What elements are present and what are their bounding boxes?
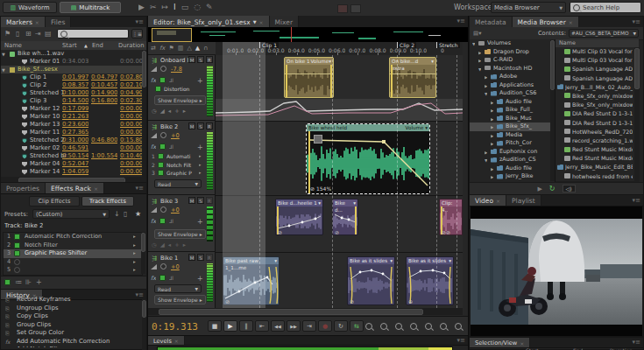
- tab-video[interactable]: Video×: [470, 195, 506, 206]
- tree-item[interactable]: ▶Pitch_Cor: [470, 139, 550, 148]
- file-item[interactable]: Multi Clip 03 Vocal for T: [556, 47, 634, 56]
- marker-duration[interactable]: 0:02.80: [120, 74, 142, 81]
- history-item-label[interactable]: Set Group Color: [17, 329, 138, 338]
- shuffle-mode-icon[interactable]: ⇄: [151, 45, 156, 52]
- panel-menu-icon[interactable]: ▾≡: [633, 197, 640, 204]
- tree-item[interactable]: ▼Audition_CS6: [470, 89, 550, 98]
- effect-expand-icon[interactable]: ▸: [133, 242, 136, 250]
- effect-slot-row[interactable]: 3Graphic Phase Shifter▸: [4, 249, 142, 258]
- table-row[interactable]: Marker 141:04.0590:00.00: [1, 168, 142, 176]
- effects-vscrollbar[interactable]: [141, 232, 145, 274]
- loop-playback-button[interactable]: ↻: [334, 320, 348, 332]
- save-preset-icon[interactable]: ↓: [114, 210, 120, 218]
- tab-mixer[interactable]: Mixer: [270, 16, 299, 27]
- effect-expand-icon[interactable]: ▸: [133, 258, 136, 267]
- tab-selection-view[interactable]: Selection/View×: [470, 338, 530, 347]
- zoom-in-point-button[interactable]: [440, 323, 447, 330]
- close-icon[interactable]: ×: [569, 19, 573, 25]
- tab-markers[interactable]: Markers×: [1, 17, 46, 27]
- close-icon[interactable]: ×: [35, 19, 39, 25]
- marker-filter-button[interactable]: ⋮≡: [131, 29, 143, 38]
- metronome2-icon[interactable]: ▲: [195, 45, 200, 52]
- clip-menu[interactable]: ▾: [274, 257, 277, 264]
- marker-name[interactable]: Marker 11: [30, 129, 67, 136]
- pencil-tool-icon[interactable]: ✎: [206, 3, 218, 11]
- preview-play-icon[interactable]: ▶: [537, 186, 541, 192]
- tree-item-label[interactable]: Bike_Full_: [506, 106, 547, 115]
- show-envelope-button[interactable]: Show Envelope ▸: [154, 295, 206, 304]
- marker-start[interactable]: 0:10.000: [62, 89, 88, 97]
- effect-expand-icon[interactable]: ▸: [133, 233, 136, 242]
- table-row[interactable]: Marker 120:17.0990:00.00: [1, 105, 142, 113]
- tree-item[interactable]: ▼Macintosh HD: [470, 65, 550, 74]
- tree-item-label[interactable]: zAudition_CS: [499, 156, 547, 164]
- close-icon[interactable]: ×: [94, 186, 98, 192]
- tab-media-browser[interactable]: Media Browser×: [513, 17, 579, 27]
- tab-properties[interactable]: Properties: [1, 183, 46, 193]
- file-item-label[interactable]: Red Stunt Music Mixdow: [572, 145, 633, 154]
- rack-list-icon[interactable]: ≔: [15, 278, 22, 286]
- tree-item-label[interactable]: Jerry_Bike: [506, 172, 547, 181]
- mute-button[interactable]: M: [188, 56, 195, 63]
- marker-name[interactable]: Marker 02: [30, 144, 67, 152]
- marker-end[interactable]: 1:00.554: [91, 152, 117, 160]
- marker-duration[interactable]: 0:15.80: [120, 136, 142, 144]
- file-item-label[interactable]: DIA Red Stunt D 1-3-10: [572, 109, 633, 118]
- fx-mini-name[interactable]: Automati: [166, 152, 198, 161]
- marker-duration[interactable]: 0:10.40: [120, 152, 142, 160]
- fx-power-icon[interactable]: [159, 218, 166, 224]
- marker-duration[interactable]: 0:00.00: [120, 129, 142, 136]
- tree-item-label[interactable]: Adobe: [499, 73, 547, 81]
- pause-button[interactable]: ∥: [239, 320, 253, 332]
- tree-item[interactable]: ▶Applications: [470, 81, 550, 90]
- volume-value[interactable]: +0: [171, 263, 180, 270]
- marker-name[interactable]: Stretched 1: [30, 89, 67, 97]
- history-item[interactable]: fxAdd Automatic Pitch Correction: [1, 338, 142, 346]
- volume-value[interactable]: +0: [171, 132, 180, 139]
- close-icon[interactable]: ×: [520, 340, 524, 346]
- monitor-headphone-icon[interactable]: ∩: [203, 45, 208, 52]
- marker-start[interactable]: 0:01.997: [62, 74, 88, 81]
- marker-name[interactable]: Stretched 2: [30, 136, 67, 144]
- add-marker-icon[interactable]: ⚑: [4, 30, 11, 38]
- tab-levels[interactable]: Levels×: [148, 336, 185, 345]
- file-item-label[interactable]: Spanish Language ADR_: [572, 65, 633, 74]
- panel-menu-icon[interactable]: ▾≡: [136, 18, 144, 25]
- track-name[interactable]: Bike 2: [160, 123, 188, 130]
- file-item-label[interactable]: HotWheels_RedD_720p.r: [572, 128, 633, 136]
- marker-end[interactable]: 0:10.457: [91, 81, 117, 89]
- tab-metadata[interactable]: Metadata: [470, 17, 513, 27]
- panel-menu-icon[interactable]: ▾≡: [457, 337, 465, 344]
- tree-item-label[interactable]: Euphonix con: [499, 148, 547, 157]
- history-item[interactable]: ⎘Record Keyframes: [1, 296, 142, 304]
- tree-item[interactable]: ▶Bike_Full_: [470, 106, 550, 115]
- tree-item[interactable]: ▼Volumes: [470, 39, 550, 48]
- marker-duration[interactable]: 0:00.00: [120, 58, 142, 66]
- effect-slot-row[interactable]: 2Notch Filter▸: [4, 242, 142, 250]
- history-item[interactable]: ⎘Group Clips: [1, 321, 142, 330]
- clip-bike-past-raw[interactable]: Bike past raw 1_1...me▾ ⊘: [223, 256, 280, 305]
- show-envelope-button[interactable]: Show Envelope ▸: [154, 95, 206, 105]
- file-item-label[interactable]: Jerry_B...ll_Mix_02_Auto_Sp: [565, 83, 633, 92]
- tree-item[interactable]: ▶Bike_Mus: [470, 115, 550, 123]
- history-item-label[interactable]: Ungroup Clips: [17, 304, 138, 313]
- razor-tool-icon[interactable]: ✂: [150, 3, 162, 11]
- effect-power-icon[interactable]: [14, 267, 20, 273]
- contents-dropdown[interactable]: #AU_CS6_BETA_DEMO ▼: [569, 29, 639, 38]
- effect-power-icon[interactable]: [158, 153, 164, 159]
- timeline-navigator[interactable]: [148, 27, 468, 42]
- effect-power-icon[interactable]: [158, 162, 164, 168]
- fx-power-icon[interactable]: [159, 77, 166, 83]
- meters-mode-icon[interactable]: ▥: [178, 45, 184, 52]
- tree-arrow-icon[interactable]: ▶: [491, 173, 493, 181]
- file-item-label[interactable]: record_scratching_1.wav: [572, 136, 633, 145]
- file-item[interactable]: Bike_Sfx_only_mixdown: [556, 92, 634, 101]
- tree-item[interactable]: ▶Media: [470, 131, 550, 140]
- marker-name[interactable]: Marker 14: [30, 168, 67, 176]
- effect-slot-row[interactable]: 5▸: [4, 266, 142, 275]
- file-item[interactable]: Spanish Language ADR_: [556, 74, 634, 83]
- fx-slot-name[interactable]: Distortion: [164, 86, 199, 92]
- table-row[interactable]: Marker 130:23.6000:00.00: [1, 121, 142, 129]
- history-item[interactable]: ⎘Copy Clips: [1, 312, 142, 321]
- effect-power-icon[interactable]: [158, 170, 164, 176]
